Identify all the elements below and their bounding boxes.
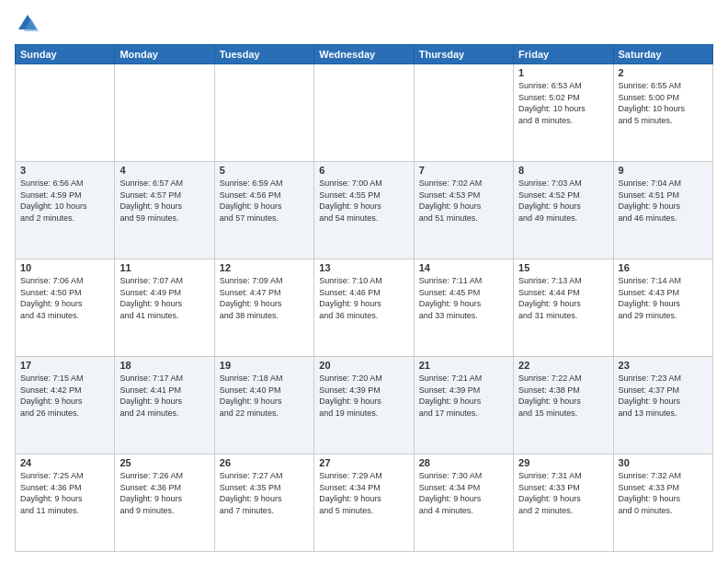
day-number: 20 [319,360,408,371]
day-info: Sunrise: 7:06 AM Sunset: 4:50 PM Dayligh… [20,276,84,320]
calendar-cell: 27Sunrise: 7:29 AM Sunset: 4:34 PM Dayli… [314,454,414,552]
calendar-cell: 17Sunrise: 7:15 AM Sunset: 4:42 PM Dayli… [16,357,115,454]
calendar-cell: 22Sunrise: 7:22 AM Sunset: 4:38 PM Dayli… [514,357,613,454]
calendar-cell: 11Sunrise: 7:07 AM Sunset: 4:49 PM Dayli… [115,259,214,357]
calendar-week-row: 3Sunrise: 6:56 AM Sunset: 4:59 PM Daylig… [16,162,713,259]
calendar-cell [214,64,313,162]
calendar-cell: 18Sunrise: 7:17 AM Sunset: 4:41 PM Dayli… [115,357,214,454]
day-number: 9 [619,165,708,176]
day-info: Sunrise: 7:29 AM Sunset: 4:34 PM Dayligh… [319,471,382,515]
calendar-cell: 29Sunrise: 7:31 AM Sunset: 4:33 PM Dayli… [514,454,613,552]
day-number: 22 [518,360,608,371]
day-number: 2 [619,67,708,78]
day-number: 5 [220,165,309,176]
day-number: 28 [419,457,508,468]
col-header-thursday: Thursday [414,45,513,64]
calendar-cell: 21Sunrise: 7:21 AM Sunset: 4:39 PM Dayli… [414,357,513,454]
col-header-tuesday: Tuesday [214,45,313,64]
day-number: 6 [319,165,408,176]
calendar-cell: 7Sunrise: 7:02 AM Sunset: 4:53 PM Daylig… [414,162,513,259]
calendar-cell: 28Sunrise: 7:30 AM Sunset: 4:34 PM Dayli… [414,454,513,552]
day-info: Sunrise: 7:22 AM Sunset: 4:38 PM Dayligh… [518,373,582,418]
calendar-cell: 15Sunrise: 7:13 AM Sunset: 4:44 PM Dayli… [514,259,613,357]
day-number: 3 [20,165,109,176]
day-number: 10 [20,262,109,273]
day-info: Sunrise: 7:17 AM Sunset: 4:41 PM Dayligh… [119,373,183,418]
day-info: Sunrise: 6:55 AM Sunset: 5:00 PM Dayligh… [619,81,686,125]
calendar-cell: 23Sunrise: 7:23 AM Sunset: 4:37 PM Dayli… [613,357,712,454]
day-info: Sunrise: 7:09 AM Sunset: 4:47 PM Dayligh… [220,276,283,320]
calendar-cell [16,64,115,162]
day-number: 18 [119,360,209,371]
day-number: 7 [419,165,508,176]
calendar-cell: 1Sunrise: 6:53 AM Sunset: 5:02 PM Daylig… [514,64,613,162]
day-number: 15 [518,262,608,273]
calendar-cell [314,64,414,162]
day-info: Sunrise: 7:11 AM Sunset: 4:45 PM Dayligh… [419,276,483,320]
day-number: 29 [518,457,608,468]
col-header-sunday: Sunday [16,45,115,64]
calendar-header-row: SundayMondayTuesdayWednesdayThursdayFrid… [16,45,713,64]
day-info: Sunrise: 6:59 AM Sunset: 4:56 PM Dayligh… [220,178,283,223]
day-info: Sunrise: 7:15 AM Sunset: 4:42 PM Dayligh… [20,373,84,418]
day-number: 14 [419,262,508,273]
day-info: Sunrise: 6:57 AM Sunset: 4:57 PM Dayligh… [119,178,183,223]
calendar-cell: 30Sunrise: 7:32 AM Sunset: 4:33 PM Dayli… [613,454,712,552]
calendar-cell: 10Sunrise: 7:06 AM Sunset: 4:50 PM Dayli… [16,259,115,357]
calendar-week-row: 10Sunrise: 7:06 AM Sunset: 4:50 PM Dayli… [16,259,713,357]
day-number: 11 [119,262,209,273]
day-info: Sunrise: 7:10 AM Sunset: 4:46 PM Dayligh… [319,276,382,320]
calendar-cell: 9Sunrise: 7:04 AM Sunset: 4:51 PM Daylig… [613,162,712,259]
calendar-cell: 25Sunrise: 7:26 AM Sunset: 4:36 PM Dayli… [115,454,214,552]
calendar-week-row: 1Sunrise: 6:53 AM Sunset: 5:02 PM Daylig… [16,64,713,162]
logo-icon [15,11,40,37]
day-info: Sunrise: 6:56 AM Sunset: 4:59 PM Dayligh… [20,178,87,223]
calendar-week-row: 17Sunrise: 7:15 AM Sunset: 4:42 PM Dayli… [16,357,713,454]
day-info: Sunrise: 7:26 AM Sunset: 4:36 PM Dayligh… [119,471,183,515]
col-header-monday: Monday [115,45,214,64]
day-number: 16 [619,262,708,273]
day-number: 25 [119,457,209,468]
day-info: Sunrise: 7:00 AM Sunset: 4:55 PM Dayligh… [319,178,382,223]
col-header-wednesday: Wednesday [314,45,414,64]
day-number: 1 [518,67,608,78]
day-info: Sunrise: 7:02 AM Sunset: 4:53 PM Dayligh… [419,178,483,223]
day-number: 23 [619,360,708,371]
col-header-friday: Friday [514,45,613,64]
day-number: 21 [419,360,508,371]
calendar-cell: 14Sunrise: 7:11 AM Sunset: 4:45 PM Dayli… [414,259,513,357]
day-number: 19 [220,360,309,371]
day-info: Sunrise: 7:23 AM Sunset: 4:37 PM Dayligh… [619,373,682,418]
day-number: 30 [619,457,708,468]
day-number: 12 [220,262,309,273]
day-info: Sunrise: 7:30 AM Sunset: 4:34 PM Dayligh… [419,471,483,515]
day-info: Sunrise: 7:21 AM Sunset: 4:39 PM Dayligh… [419,373,483,418]
calendar-week-row: 24Sunrise: 7:25 AM Sunset: 4:36 PM Dayli… [16,454,713,552]
page: SundayMondayTuesdayWednesdayThursdayFrid… [0,0,728,563]
day-number: 27 [319,457,408,468]
day-number: 4 [119,165,209,176]
calendar-cell: 4Sunrise: 6:57 AM Sunset: 4:57 PM Daylig… [115,162,214,259]
calendar-cell: 8Sunrise: 7:03 AM Sunset: 4:52 PM Daylig… [514,162,613,259]
day-number: 8 [518,165,608,176]
calendar-cell: 26Sunrise: 7:27 AM Sunset: 4:35 PM Dayli… [214,454,313,552]
calendar-cell: 6Sunrise: 7:00 AM Sunset: 4:55 PM Daylig… [314,162,414,259]
calendar-cell: 3Sunrise: 6:56 AM Sunset: 4:59 PM Daylig… [16,162,115,259]
day-info: Sunrise: 7:32 AM Sunset: 4:33 PM Dayligh… [619,471,682,515]
day-info: Sunrise: 7:31 AM Sunset: 4:33 PM Dayligh… [518,471,582,515]
day-number: 26 [220,457,309,468]
calendar-cell [414,64,513,162]
day-info: Sunrise: 7:13 AM Sunset: 4:44 PM Dayligh… [518,276,582,320]
calendar-cell: 16Sunrise: 7:14 AM Sunset: 4:43 PM Dayli… [613,259,712,357]
calendar-cell: 5Sunrise: 6:59 AM Sunset: 4:56 PM Daylig… [214,162,313,259]
calendar-cell: 20Sunrise: 7:20 AM Sunset: 4:39 PM Dayli… [314,357,414,454]
calendar-cell: 24Sunrise: 7:25 AM Sunset: 4:36 PM Dayli… [16,454,115,552]
calendar-cell: 2Sunrise: 6:55 AM Sunset: 5:00 PM Daylig… [613,64,712,162]
header [15,11,713,37]
day-info: Sunrise: 7:18 AM Sunset: 4:40 PM Dayligh… [220,373,283,418]
day-info: Sunrise: 7:25 AM Sunset: 4:36 PM Dayligh… [20,471,84,515]
day-info: Sunrise: 7:03 AM Sunset: 4:52 PM Dayligh… [518,178,582,223]
day-number: 13 [319,262,408,273]
day-info: Sunrise: 7:20 AM Sunset: 4:39 PM Dayligh… [319,373,382,418]
col-header-saturday: Saturday [613,45,712,64]
